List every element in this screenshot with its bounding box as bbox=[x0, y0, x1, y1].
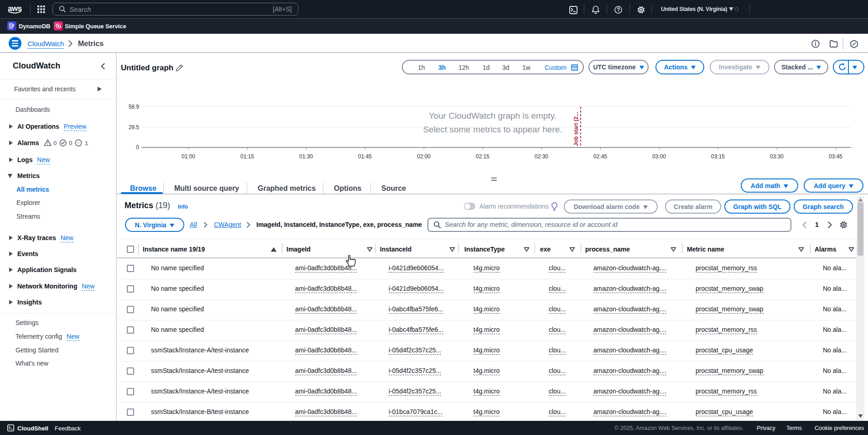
svg-text:aws: aws bbox=[8, 4, 22, 13]
